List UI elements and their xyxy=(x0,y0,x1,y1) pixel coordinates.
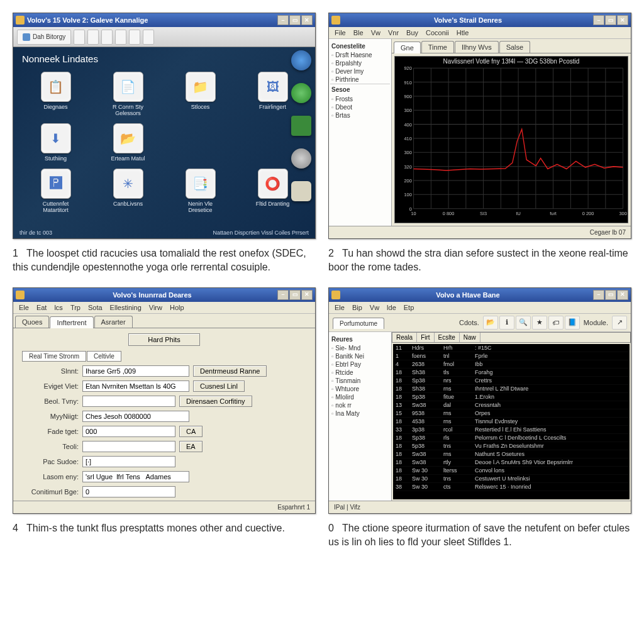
sidebar-item[interactable]: Banitk Nei xyxy=(330,352,390,360)
data-grid[interactable]: 11HdrsHrh: #15C1foenstnlFprle42638fmolIb… xyxy=(393,344,630,499)
table-row[interactable]: 18Sw 30lterssConvol lons xyxy=(393,467,630,475)
tb-tag-icon[interactable]: 🏷 xyxy=(548,316,564,330)
clock-gadget[interactable] xyxy=(291,50,311,70)
note-gadget[interactable] xyxy=(291,181,311,201)
app-launcher[interactable]: 📑Nenin Vle Dresetice xyxy=(167,169,234,214)
maximize-button[interactable]: ▭ xyxy=(289,15,301,25)
menu-item[interactable]: lde xyxy=(384,303,399,312)
tab[interactable]: Gne xyxy=(394,42,421,53)
sidebar-item[interactable]: Tisnmain xyxy=(330,377,390,385)
app-launcher[interactable]: 📁Stloces xyxy=(167,72,234,117)
menu-item[interactable]: lcs xyxy=(51,303,65,312)
menu-item[interactable]: Holp xyxy=(167,303,187,312)
tab[interactable]: Ilhny Wvs xyxy=(455,41,499,53)
toolbar-btn-chart[interactable] xyxy=(87,30,99,45)
menu-item[interactable]: Eat xyxy=(33,303,50,312)
close-button[interactable]: ✕ xyxy=(617,290,628,300)
toolbar-btn-back[interactable] xyxy=(74,30,85,45)
menu-item[interactable]: Htle xyxy=(453,28,472,37)
tab[interactable]: Asrarter xyxy=(94,316,133,328)
table-row[interactable]: 18Sw 30tnsCestuwert U Mrelinksi xyxy=(393,475,630,483)
sidebar-item[interactable]: Dbeot xyxy=(330,103,390,111)
table-row[interactable]: 185p38tnsVu Fraths Zn Deseluntshmr xyxy=(393,442,630,450)
text-input[interactable] xyxy=(82,456,175,467)
row-button[interactable]: EA xyxy=(179,441,203,452)
table-row[interactable]: 18Sp38rlsPelorrsm C l Denlbcetind L Cces… xyxy=(393,434,630,442)
text-input[interactable] xyxy=(82,486,175,497)
menu-item[interactable]: Ellestining xyxy=(107,303,145,312)
menu-item[interactable]: Sota xyxy=(85,303,106,312)
toolbar-btn-shield1[interactable] xyxy=(129,30,140,45)
app-launcher[interactable]: 🅿Cuttennfet Matartitort xyxy=(22,169,89,214)
table-row[interactable]: 159538rnsOrpes xyxy=(393,409,630,418)
menu-item[interactable]: Virw xyxy=(146,303,165,312)
column-header[interactable]: Ecslte xyxy=(435,333,460,342)
sidebar-item[interactable]: Pirthrine xyxy=(330,75,390,84)
tab[interactable]: Inftertrent xyxy=(50,316,93,328)
table-row[interactable]: 184538rnsTisnnul Evdnstey xyxy=(393,418,630,426)
sidebar-item[interactable]: Mlolird xyxy=(330,393,390,401)
menu-item[interactable]: Coconii xyxy=(423,28,452,37)
table-row[interactable]: 38Sw 30ctsRelswerc 15 · Inonried xyxy=(393,483,630,491)
tb-star-icon[interactable]: ★ xyxy=(532,316,547,330)
menu-item[interactable]: Ele xyxy=(331,303,348,312)
maximize-button[interactable]: ▭ xyxy=(289,290,301,300)
table-row[interactable]: 42638fmolIbb xyxy=(393,360,630,369)
app-launcher[interactable]: 📄R Conrn Sty Gelessors xyxy=(94,72,162,117)
hard-phits-button[interactable]: Hard Phits xyxy=(128,333,199,346)
maximize-button[interactable]: ▭ xyxy=(605,15,616,25)
row-button[interactable]: CA xyxy=(179,426,203,437)
menu-item[interactable]: Trp xyxy=(67,303,84,312)
sidebar-item[interactable]: Ebtrl Pay xyxy=(330,360,390,369)
menu-item[interactable]: Etp xyxy=(401,303,418,312)
text-input[interactable] xyxy=(82,365,189,377)
table-row[interactable]: 18Sw38rtlyDeooe l.A SnuMrs Sh9 Vtior Bep… xyxy=(393,458,630,467)
column-header[interactable]: Firt xyxy=(417,333,434,342)
maximize-button[interactable]: ▭ xyxy=(605,290,616,300)
tb-search-icon[interactable]: 🔍 xyxy=(516,316,531,330)
close-button[interactable]: ✕ xyxy=(301,290,313,300)
tb-book-icon[interactable]: 📘 xyxy=(565,316,580,330)
row-button[interactable]: Cusnesl Linl xyxy=(193,380,245,392)
minimize-button[interactable]: – xyxy=(593,15,604,25)
sidebar-item[interactable]: Sie- Mnd xyxy=(330,344,390,352)
column-header[interactable]: Naw xyxy=(460,333,480,342)
tab[interactable]: Tinme xyxy=(421,41,454,53)
minimize-button[interactable]: – xyxy=(593,290,604,300)
text-input[interactable] xyxy=(82,471,189,482)
sidebar-item[interactable]: Frosts xyxy=(330,95,390,103)
table-row[interactable]: 18Sp38nrsCrettrs xyxy=(393,377,630,385)
tb-info-icon[interactable]: ℹ xyxy=(499,316,514,330)
sidebar-item[interactable]: Whtuore xyxy=(330,385,390,393)
close-button[interactable]: ✕ xyxy=(301,15,313,25)
tab[interactable]: Quoes xyxy=(15,316,49,328)
sidebar-item[interactable]: nok rr xyxy=(330,401,390,409)
app-launcher[interactable]: ⬇Stuthiing xyxy=(22,123,89,162)
table-row[interactable]: 18Sh38rnsIhntnrel L Zhll Dtware xyxy=(393,385,630,393)
table-row[interactable]: 333p38rcolRestertied l E.l Ehi Sasttiens xyxy=(393,426,630,434)
minimize-button[interactable]: – xyxy=(277,15,289,25)
text-input[interactable] xyxy=(82,441,175,452)
sidebar-item[interactable]: Dever lmy xyxy=(330,67,390,75)
app-launcher[interactable]: ✳CanbLivsns xyxy=(94,169,162,214)
table-row[interactable]: 18Sw38rnsNathunt S Osetures xyxy=(393,450,630,458)
menu-item[interactable]: Vnr xyxy=(385,28,402,37)
menu-item[interactable]: Ele xyxy=(16,303,32,312)
app-launcher[interactable]: 📋Diegnaes xyxy=(22,72,89,117)
dial-gadget[interactable] xyxy=(291,148,311,169)
subtab[interactable]: Real Time Stronm xyxy=(22,351,86,362)
sidebar-item[interactable]: Brtas xyxy=(330,111,390,119)
menu-item[interactable]: Ble xyxy=(350,28,367,37)
column-header[interactable]: Reala xyxy=(392,333,417,342)
sidebar-item[interactable]: Brpalshty xyxy=(330,59,390,67)
sidebar-item[interactable]: Drsft Haesne xyxy=(330,51,390,59)
monitor-gadget[interactable] xyxy=(291,83,311,103)
toolbar-btn-shield2[interactable] xyxy=(143,30,154,45)
sidebar-item[interactable]: Rtcide xyxy=(330,369,390,377)
row-button[interactable]: Dentrmeusd Ranne xyxy=(193,365,267,377)
tile-gadget[interactable] xyxy=(291,116,311,136)
table-row[interactable]: 18Sh38tlsForahg xyxy=(393,369,630,377)
table-row[interactable]: 11HdrsHrh: #15C xyxy=(393,344,630,352)
close-button[interactable]: ✕ xyxy=(617,15,628,25)
tb-expand-icon[interactable]: ↗ xyxy=(612,316,627,330)
